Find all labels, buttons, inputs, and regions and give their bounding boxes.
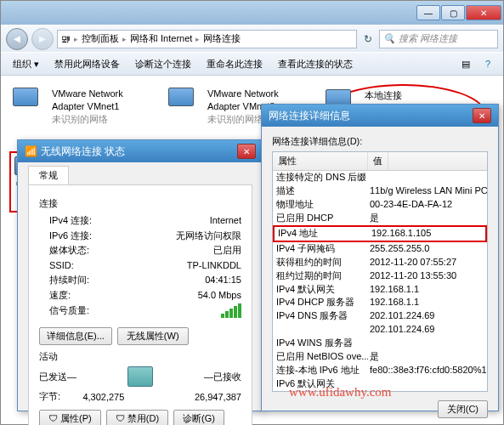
table-row[interactable]: IPv4 DHCP 服务器192.168.1.1 bbox=[273, 296, 487, 309]
diagnose-button[interactable]: 诊断这个连接 bbox=[130, 56, 196, 72]
breadcrumb[interactable]: 网络和 Internet bbox=[130, 32, 192, 45]
dialog-titlebar: 📶 无线网络连接 状态 ✕ bbox=[18, 140, 263, 162]
bytes-recv: 26,947,387 bbox=[195, 392, 241, 402]
table-row[interactable]: IPv4 默认网关192.168.1.1 bbox=[273, 283, 487, 297]
table-row[interactable]: 连接-本地 IPv6 地址fe80::38e3:f76:cfd0:5820%13 bbox=[273, 364, 487, 377]
toolbar: 组织 ▾ 禁用此网络设备 诊断这个连接 重命名此连接 查看此连接的状态 ▤ ? bbox=[1, 52, 503, 76]
close-button[interactable]: 关闭(C) bbox=[438, 400, 488, 418]
rename-button[interactable]: 重命名此连接 bbox=[201, 56, 268, 72]
adapter-icon bbox=[13, 88, 45, 115]
forward-button[interactable]: ► bbox=[31, 28, 54, 50]
table-row[interactable]: IPv4 WINS 服务器 bbox=[273, 337, 487, 350]
close-button[interactable]: ✕ bbox=[473, 108, 491, 123]
details-table: 属性 值 连接特定的 DNS 后缀描述11b/g Wireless LAN Mi… bbox=[272, 151, 488, 392]
table-row[interactable]: 连接特定的 DNS 后缀 bbox=[273, 171, 487, 184]
tab-general[interactable]: 常规 bbox=[28, 166, 69, 184]
watermark: www.ufidawhy.com bbox=[289, 385, 392, 400]
connection-details-dialog: 网络连接详细信息 ✕ 网络连接详细信息(D): 属性 值 连接特定的 DNS 后… bbox=[261, 104, 499, 411]
table-row[interactable]: 已启用 NetBIOS ove...是 bbox=[273, 350, 487, 364]
wireless-status-dialog: 📶 无线网络连接 状态 ✕ 常规 连接 IPv4 连接:InternetIPv6… bbox=[17, 139, 263, 411]
details-button[interactable]: 详细信息(E)... bbox=[39, 327, 112, 345]
disable-button[interactable]: 🛡 禁用(D) bbox=[106, 410, 168, 425]
close-button[interactable]: ✕ bbox=[466, 5, 501, 20]
view-icon[interactable]: ▤ bbox=[457, 55, 474, 72]
activity-section-label: 活动 bbox=[39, 350, 241, 363]
search-icon: 🔍 bbox=[383, 33, 395, 44]
wireless-props-button[interactable]: 无线属性(W) bbox=[117, 327, 189, 345]
organize-menu[interactable]: 组织 ▾ bbox=[8, 56, 44, 72]
col-value[interactable]: 值 bbox=[368, 152, 388, 170]
details-label: 网络连接详细信息(D): bbox=[272, 135, 488, 148]
table-row[interactable]: 202.101.224.69 bbox=[273, 323, 487, 337]
back-button[interactable]: ◄ bbox=[6, 28, 28, 50]
disable-device-button[interactable]: 禁用此网络设备 bbox=[49, 56, 125, 72]
activity-icon bbox=[127, 366, 153, 387]
bytes-sent: 4,302,275 bbox=[82, 392, 124, 402]
properties-button[interactable]: 🛡 属性(P) bbox=[39, 410, 101, 425]
signal-quality-icon bbox=[221, 303, 241, 318]
address-bar[interactable]: 🖳 ▸ 控制面板 ▸ 网络和 Internet ▸ 网络连接 bbox=[57, 30, 357, 48]
view-status-button[interactable]: 查看此连接的状态 bbox=[273, 56, 358, 72]
breadcrumb[interactable]: 控制面板 bbox=[82, 32, 119, 45]
table-row[interactable]: 已启用 DHCP是 bbox=[273, 212, 487, 225]
table-row[interactable]: IPv4 地址192.168.1.105 bbox=[273, 225, 487, 242]
breadcrumb[interactable]: 网络连接 bbox=[203, 32, 241, 45]
dialog-titlebar: 网络连接详细信息 ✕ bbox=[262, 105, 498, 127]
connection-section-label: 连接 bbox=[39, 197, 241, 210]
search-input[interactable]: 🔍 搜索 网络连接 bbox=[379, 30, 498, 48]
close-button[interactable]: ✕ bbox=[237, 144, 256, 159]
table-row[interactable]: 租约过期的时间2012-11-20 13:55:30 bbox=[273, 269, 487, 283]
table-row[interactable]: 物理地址00-23-4E-DA-FA-12 bbox=[273, 198, 487, 212]
navbar: ◄ ► 🖳 ▸ 控制面板 ▸ 网络和 Internet ▸ 网络连接 ↻ 🔍 搜… bbox=[1, 25, 503, 52]
table-row[interactable]: 描述11b/g Wireless LAN Mini PCI Ex bbox=[273, 184, 487, 198]
table-row[interactable]: 获得租约的时间2012-11-20 07:55:27 bbox=[273, 256, 487, 269]
help-icon[interactable]: ? bbox=[479, 55, 496, 72]
col-property[interactable]: 属性 bbox=[273, 152, 368, 170]
adapter-vmnet1[interactable]: VMware Network Adapter VMnet1 未识别的网络 bbox=[9, 84, 158, 144]
signal-icon: 📶 bbox=[25, 145, 37, 157]
diagnose-button[interactable]: 诊断(G) bbox=[173, 410, 224, 425]
table-row[interactable]: IPv4 DNS 服务器202.101.224.69 bbox=[273, 309, 487, 323]
maximize-button[interactable]: ▢ bbox=[441, 5, 465, 20]
table-row[interactable]: IPv4 子网掩码255.255.255.0 bbox=[273, 242, 487, 256]
minimize-button[interactable]: — bbox=[416, 5, 440, 20]
titlebar: — ▢ ✕ bbox=[1, 1, 503, 25]
adapter-icon bbox=[168, 88, 201, 115]
computer-icon: 🖳 bbox=[61, 34, 71, 44]
